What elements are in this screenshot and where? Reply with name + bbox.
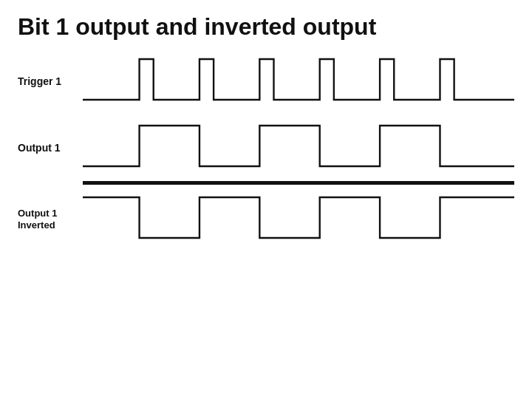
page-title: Bit 1 output and inverted output (18, 13, 514, 41)
inverted-label: Output 1 Inverted (18, 208, 83, 231)
trigger-row: Trigger 1 (18, 48, 514, 115)
output1-label: Output 1 (18, 142, 83, 154)
output1-canvas (83, 115, 514, 181)
section-divider (83, 181, 514, 185)
inverted-row: Output 1 Inverted (18, 186, 514, 253)
waveform-section: Trigger 1 Output 1 (18, 48, 514, 392)
trigger-canvas (83, 48, 514, 115)
trigger-label: Trigger 1 (18, 75, 83, 88)
page: Bit 1 output and inverted output Trigger… (0, 0, 532, 399)
output1-row: Output 1 (18, 115, 514, 181)
inverted-canvas (83, 186, 514, 253)
